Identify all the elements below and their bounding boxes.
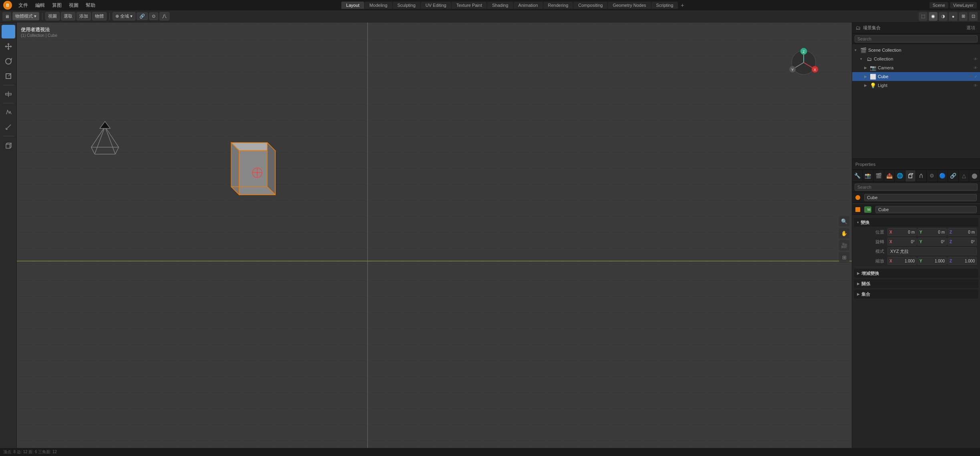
prop-tab-render[interactable]: 🎬 (873, 170, 884, 182)
delta-transform-header[interactable]: ▶ 增減變換 (854, 269, 978, 278)
measure-tool-btn[interactable] (2, 120, 15, 134)
prop-tab-output[interactable]: 📤 (884, 170, 895, 182)
outliner-search-input[interactable] (855, 35, 978, 42)
proportional-btn[interactable]: ⊙ (149, 12, 158, 20)
outliner-scene-collection[interactable]: ▾ 🎬 Scene Collection (852, 46, 980, 54)
scale-tool-btn[interactable] (2, 69, 15, 83)
global-local-btn[interactable]: ⊕ 全域 ▾ (113, 12, 135, 20)
workspace-tab-layout[interactable]: Layout (341, 2, 364, 9)
outliner-camera[interactable]: ▶ 📷 Camera 👁 (852, 63, 980, 72)
rotation-z-value: 0° (953, 240, 975, 244)
menu-help[interactable]: 幫助 (83, 1, 99, 10)
rotation-x-field[interactable]: X 0° (887, 238, 917, 246)
svg-line-24 (95, 127, 105, 154)
viewport-gizmo-btn[interactable]: ⊡ (969, 12, 978, 21)
viewport-shading-btn-look[interactable]: ◑ (939, 12, 948, 21)
outliner-light[interactable]: ▶ 💡 Light 👁 (852, 81, 980, 90)
pan-btn[interactable]: ✋ (839, 228, 849, 238)
prop-tab-object[interactable] (905, 170, 916, 182)
prop-tab-particles[interactable]: ⚙ (927, 170, 938, 182)
viewport-shading-btn-wire[interactable]: ⬚ (919, 12, 928, 21)
workspace-tab-modeling[interactable]: Modeling (365, 2, 392, 9)
ortho-view-btn[interactable]: ⊞ (839, 252, 849, 262)
scale-z-label: Z (950, 259, 952, 263)
svg-line-27 (91, 147, 95, 154)
collections-header[interactable]: ▶ 集合 (854, 290, 978, 299)
camera-view-btn[interactable]: 🎥 (839, 240, 849, 250)
prop-tab-tool[interactable]: 🔧 (852, 170, 863, 182)
rotation-mode-field[interactable]: XYZ 尤拉 (887, 247, 977, 255)
camera-name: Camera (878, 65, 972, 70)
menu-view[interactable]: 視圖 (66, 1, 82, 10)
object-data-name-input[interactable] (875, 206, 977, 213)
workspace-tab-compositing[interactable]: Compositing (573, 2, 607, 9)
properties-search-input[interactable] (855, 184, 978, 191)
editor-type-btn[interactable]: 🖥 (2, 12, 11, 21)
position-y-field[interactable]: Y 0 m (917, 228, 947, 236)
transform-section-header[interactable]: ▾ 變換 (854, 218, 978, 227)
prop-tab-data[interactable]: △ (959, 170, 970, 182)
zoom-in-btn[interactable]: 🔍 (839, 216, 849, 226)
pivot-btn[interactable]: 八 (159, 12, 169, 20)
transform-tool-btn[interactable] (2, 87, 15, 101)
position-x-field[interactable]: X 0 m (887, 228, 917, 236)
scale-y-field[interactable]: Y 1.000 (917, 257, 947, 265)
position-z-field[interactable]: Z 0 m (948, 228, 977, 236)
workspace-tab-uv-editing[interactable]: UV Editing (421, 2, 451, 9)
prop-tab-physics[interactable]: 🔵 (938, 170, 948, 182)
prop-tab-constraints[interactable]: 🔗 (948, 170, 959, 182)
annotate-tool-btn[interactable] (2, 105, 15, 119)
scale-x-field[interactable]: X 1.000 (887, 257, 917, 265)
viewport[interactable]: 視圖 選取 添加 物體 使用者透視法 (1) Collection | Cube (17, 22, 852, 456)
view-menu-btn[interactable]: 視圖 (45, 12, 60, 20)
scene-selector[interactable]: Scene (930, 2, 948, 8)
outliner-collection[interactable]: ▾ 🗂 Collection 👁 (852, 54, 980, 63)
cube-object (213, 135, 285, 216)
menu-edit[interactable]: 編輯 (32, 1, 48, 10)
menu-file[interactable]: 文件 (15, 1, 31, 10)
outliner-cube[interactable]: ▶ ⬜ Cube 👁 ✓ (852, 72, 980, 81)
select-menu-btn[interactable]: 選取 (61, 12, 75, 20)
viewport-shading-btn-render[interactable]: ● (949, 12, 958, 21)
workspace-tab-sculpting[interactable]: Sculpting (393, 2, 420, 9)
rotation-z-field[interactable]: Z 0° (948, 238, 977, 246)
relations-header[interactable]: ▶ 關係 (854, 279, 978, 288)
add-workspace-button[interactable]: + (678, 1, 686, 9)
workspace-tab-texture-paint[interactable]: Texture Paint (452, 2, 487, 9)
workspace-tab-scripting[interactable]: Scripting (651, 2, 678, 9)
object-name-input[interactable] (864, 194, 977, 201)
move-tool-btn[interactable] (2, 40, 15, 53)
snap-btn[interactable]: 🔗 (137, 12, 148, 20)
main-layout: 視圖 選取 添加 物體 使用者透視法 (1) Collection | Cube (0, 22, 980, 456)
outliner-header-icon: 🗂 (855, 25, 861, 31)
position-z-value: 0 m (953, 230, 975, 234)
cursor-tool-btn[interactable] (2, 25, 15, 38)
menu-render[interactable]: 算图 (49, 1, 65, 10)
prop-tab-material[interactable]: ⬤ (969, 170, 980, 182)
add-menu-btn[interactable]: 添加 (77, 12, 91, 20)
object-mode-btn[interactable]: 物體模式 ▾ (12, 12, 39, 20)
view-layer-selector[interactable]: ViewLayer (950, 2, 977, 8)
outliner-options-btn[interactable]: 選項 (965, 24, 977, 32)
workspace-tab-shading[interactable]: Shading (487, 2, 513, 9)
outliner-tree: ▾ 🎬 Scene Collection ▾ 🗂 Collection 👁 (852, 44, 980, 158)
workspace-tab-rendering[interactable]: Rendering (543, 2, 573, 9)
cube-icon: ⬜ (870, 74, 876, 80)
rotate-tool-btn[interactable] (2, 54, 15, 68)
object-menu-btn[interactable]: 物體 (92, 12, 107, 20)
prop-tab-view-layer[interactable]: 🌐 (895, 170, 905, 182)
add-cube-tool-btn[interactable] (2, 138, 15, 152)
viewport-overlay-btn[interactable]: ⊞ (959, 12, 968, 21)
prop-divider-1 (855, 267, 977, 267)
object-data-mode-btn[interactable]: M (864, 206, 871, 213)
status-text: 顶点: 8 边: 12 面: 6 三角面: 12 (3, 449, 57, 455)
camera-icon: 📷 (870, 65, 876, 71)
prop-tab-modifier[interactable] (916, 170, 927, 182)
rotation-y-field[interactable]: Y 0° (917, 238, 947, 246)
workspace-tab-geometry-nodes[interactable]: Geometry Nodes (608, 2, 651, 9)
prop-tab-scene[interactable]: 📸 (863, 170, 874, 182)
scale-z-field[interactable]: Z 1.000 (948, 257, 977, 265)
cube-name: Cube (878, 74, 968, 79)
workspace-tab-animation[interactable]: Animation (514, 2, 543, 9)
viewport-shading-btn-solid[interactable]: ◉ (929, 12, 938, 21)
